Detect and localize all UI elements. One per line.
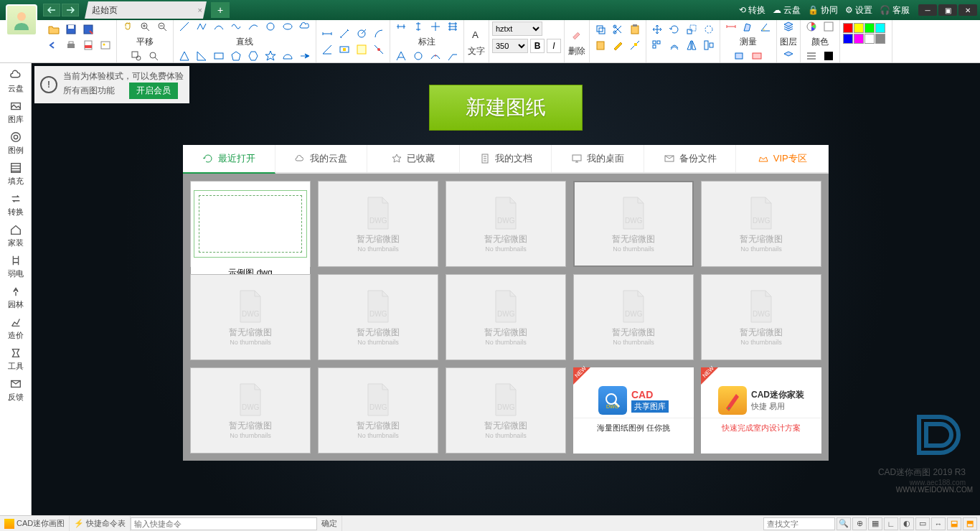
print-icon[interactable]: [63, 37, 79, 53]
saveas-icon[interactable]: [80, 22, 96, 37]
tab-recent[interactable]: 最近打开: [183, 145, 275, 174]
dim-arc-icon[interactable]: [371, 26, 387, 42]
tab-start[interactable]: 起始页 ×: [85, 1, 207, 19]
cloud-icon[interactable]: [297, 19, 313, 34]
tb-cloud[interactable]: ☁ 云盘: [770, 4, 804, 17]
array-icon[interactable]: [649, 37, 665, 53]
angle-icon[interactable]: [758, 19, 773, 34]
dim-vh-icon[interactable]: [428, 19, 443, 34]
italic-button[interactable]: I: [547, 39, 561, 53]
file-thumb-empty[interactable]: DWG暂无缩微图No thumbnails: [190, 367, 311, 454]
sb-ortho-icon[interactable]: ∟: [884, 517, 898, 530]
tab-fav[interactable]: 已收藏: [367, 145, 460, 172]
sidebar-cost[interactable]: 造价: [1, 313, 30, 344]
file-thumb-empty[interactable]: DWG暂无缩微图No thumbnails: [446, 367, 566, 454]
sb-dyn-icon[interactable]: ⬓: [947, 517, 961, 530]
scale-icon[interactable]: [684, 22, 699, 37]
mirror-icon[interactable]: [684, 37, 699, 53]
swatch-yellow[interactable]: [854, 23, 864, 33]
new-tab-button[interactable]: +: [211, 2, 230, 18]
arc3-icon[interactable]: [211, 19, 227, 34]
sidebar-feedback[interactable]: 反馈: [1, 375, 30, 405]
forward-button[interactable]: [62, 4, 79, 17]
dim-ov-icon[interactable]: [445, 19, 461, 34]
lineweight-icon[interactable]: [804, 48, 819, 64]
tab-cloud[interactable]: 我的云盘: [275, 145, 368, 172]
sidebar-gallery[interactable]: 图库: [1, 97, 30, 128]
file-thumb-empty[interactable]: DWG暂无缩微图No thumbnails: [446, 181, 566, 267]
tb-convert[interactable]: ⟲ 转换: [736, 4, 768, 17]
back-button[interactable]: [43, 4, 60, 17]
triangle-icon[interactable]: [176, 48, 192, 64]
tb-collab[interactable]: 🔒 协同: [805, 4, 841, 17]
sb-polar-icon[interactable]: ◐: [900, 517, 914, 530]
maximize-button[interactable]: ▣: [938, 4, 957, 16]
sidebar-garden[interactable]: 园林: [1, 282, 30, 313]
new-drawing-button[interactable]: 新建图纸: [429, 85, 583, 131]
swatch-gray[interactable]: [875, 34, 885, 44]
star-icon[interactable]: [263, 48, 278, 64]
sb-osnap-icon[interactable]: ⊕: [852, 517, 867, 530]
swatch-cyan[interactable]: [875, 23, 885, 33]
sb-grid-icon[interactable]: ▦: [868, 517, 882, 530]
mvol-icon[interactable]: [749, 48, 765, 64]
marea-icon[interactable]: [732, 48, 748, 64]
image-icon[interactable]: [98, 37, 113, 53]
file-thumb-empty[interactable]: DWG暂无缩微图No thumbnails: [318, 367, 438, 454]
undo-icon[interactable]: [46, 37, 62, 53]
zoom-window-icon[interactable]: [128, 48, 144, 64]
close-button[interactable]: ✕: [958, 4, 977, 16]
bold-button[interactable]: B: [530, 39, 545, 53]
offset-icon[interactable]: [666, 37, 682, 53]
dim-ang-icon[interactable]: [319, 42, 335, 57]
swatch-magenta[interactable]: [854, 34, 864, 44]
sidebar-convert[interactable]: 转换: [1, 189, 30, 220]
paste-icon[interactable]: [627, 22, 643, 37]
swatch-white[interactable]: [864, 34, 875, 44]
zoom-extent-icon[interactable]: [146, 48, 161, 64]
tab-backup[interactable]: 备份文件: [644, 145, 737, 172]
file-thumb-example[interactable]: 示例图.dwg: [190, 181, 311, 267]
command-input[interactable]: [131, 517, 317, 530]
dim-lin-icon[interactable]: [393, 19, 409, 34]
hex-icon[interactable]: [245, 48, 261, 64]
rtriangle-icon[interactable]: [194, 48, 209, 64]
dim-base-icon[interactable]: [354, 42, 369, 57]
dim-a-icon[interactable]: [393, 48, 409, 64]
dist-icon[interactable]: [723, 19, 739, 34]
font-select[interactable]: hztxt: [492, 22, 542, 36]
polygon-icon[interactable]: [228, 48, 244, 64]
tab-docs[interactable]: 我的文档: [460, 145, 552, 172]
search-input[interactable]: [763, 517, 835, 530]
swatch-green[interactable]: [864, 23, 875, 33]
tb-settings[interactable]: ⚙ 设置: [842, 4, 875, 17]
text-a-icon[interactable]: A: [467, 25, 486, 44]
tab-vip[interactable]: VIP专区: [736, 145, 829, 172]
linetype-icon[interactable]: [821, 48, 837, 64]
erase-icon[interactable]: [567, 25, 586, 44]
spline-icon[interactable]: [228, 19, 244, 34]
brush-icon[interactable]: [610, 37, 626, 53]
file-thumb-empty[interactable]: DWG暂无缩微图No thumbnails: [701, 274, 821, 360]
sb-search-icon[interactable]: 🔍: [837, 517, 851, 530]
sb-track-icon[interactable]: ↔: [931, 517, 946, 530]
dim-ci-icon[interactable]: [410, 48, 426, 64]
ellipse-icon[interactable]: [280, 19, 296, 34]
sidebar-weak[interactable]: 弱电: [1, 251, 30, 282]
semi-icon[interactable]: [280, 48, 296, 64]
sb-shortcut[interactable]: ⚡快捷命令表: [70, 516, 131, 531]
align-icon[interactable]: [701, 37, 717, 53]
file-thumb-empty[interactable]: DWG暂无缩微图No thumbnails: [318, 274, 438, 360]
file-thumb-empty[interactable]: DWG暂无缩微图No thumbnails: [701, 181, 821, 267]
zoomin-icon[interactable]: [137, 19, 153, 34]
rect-icon[interactable]: [211, 48, 227, 64]
enable-vip-button[interactable]: 开启会员: [129, 83, 178, 99]
polyline-icon[interactable]: [194, 19, 209, 34]
save-icon[interactable]: [63, 22, 79, 37]
cut-icon[interactable]: [610, 22, 626, 37]
sb-snap-icon[interactable]: ▭: [915, 517, 930, 530]
line-icon[interactable]: [176, 19, 192, 34]
size-select[interactable]: 350: [492, 39, 528, 53]
circle-icon[interactable]: [263, 19, 278, 34]
sidebar-hatch[interactable]: 填充: [1, 159, 30, 189]
